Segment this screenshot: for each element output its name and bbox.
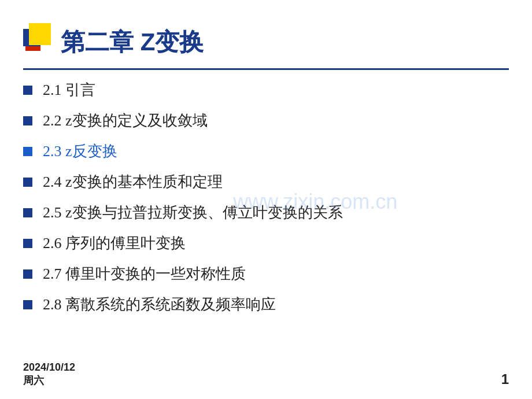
menu-item-2-6: 2.6 序列的傅里叶变换 xyxy=(23,233,509,253)
menu-label-2-7: 2.7 傅里叶变换的一些对称性质 xyxy=(43,264,246,284)
footer: 2024/10/12 周六 xyxy=(23,361,75,387)
bullet-2-4 xyxy=(23,178,32,187)
bullet-2-5 xyxy=(23,208,32,217)
bullet-2-1 xyxy=(23,86,32,95)
yellow-block xyxy=(29,23,51,45)
bullet-2-6 xyxy=(23,239,32,248)
footer-date: 2024/10/12 xyxy=(23,361,75,374)
page-number: 1 xyxy=(501,371,509,387)
bullet-2-7 xyxy=(23,269,32,279)
content-area: 2.1 引言 2.2 z变换的定义及收敛域 2.3 z反变换 2.4 z变换的基… xyxy=(23,80,509,325)
bullet-2-3 xyxy=(23,147,32,156)
menu-label-2-1: 2.1 引言 xyxy=(43,80,95,100)
menu-label-2-8: 2.8 离散系统的系统函数及频率响应 xyxy=(43,294,276,315)
menu-item-2-8: 2.8 离散系统的系统函数及频率响应 xyxy=(23,294,509,315)
header-area: 第二章 Z变换 xyxy=(23,23,204,61)
menu-label-2-4: 2.4 z变换的基本性质和定理 xyxy=(43,172,223,192)
slide-title: 第二章 Z变换 xyxy=(61,26,204,58)
menu-label-2-2: 2.2 z变换的定义及收敛域 xyxy=(43,110,208,131)
menu-label-2-3: 2.3 z反变换 xyxy=(43,141,117,161)
title-divider xyxy=(23,68,509,70)
menu-item-2-2: 2.2 z变换的定义及收敛域 xyxy=(23,110,509,131)
slide-container: 第二章 Z变换 www.zixin.com.cn 2.1 引言 2.2 z变换的… xyxy=(0,0,532,399)
footer-day: 周六 xyxy=(23,374,75,387)
bullet-2-2 xyxy=(23,116,32,125)
menu-item-2-3: 2.3 z反变换 xyxy=(23,141,509,161)
menu-item-2-4: 2.4 z变换的基本性质和定理 xyxy=(23,172,509,192)
menu-item-2-1: 2.1 引言 xyxy=(23,80,509,100)
color-blocks xyxy=(23,23,55,61)
bullet-2-8 xyxy=(23,300,32,309)
menu-item-2-7: 2.7 傅里叶变换的一些对称性质 xyxy=(23,264,509,284)
menu-label-2-5: 2.5 z变换与拉普拉斯变换、傅立叶变换的关系 xyxy=(43,202,343,223)
menu-item-2-5: 2.5 z变换与拉普拉斯变换、傅立叶变换的关系 xyxy=(23,202,509,223)
menu-label-2-6: 2.6 序列的傅里叶变换 xyxy=(43,233,186,253)
